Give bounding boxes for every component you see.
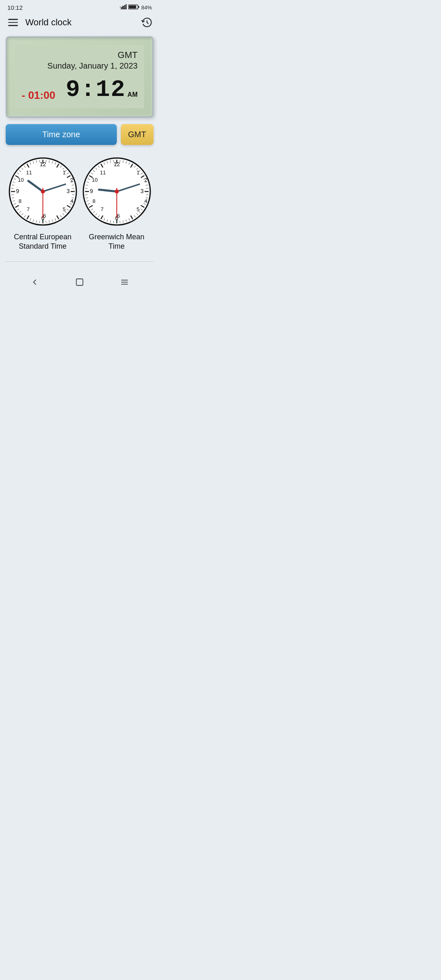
svg-text:1: 1 — [136, 169, 139, 176]
clock-ampm: AM — [127, 91, 138, 98]
svg-rect-2 — [125, 5, 125, 9]
gmt-button[interactable]: GMT — [121, 124, 154, 145]
signal-icon: ⁺4G — [119, 4, 127, 11]
menu-icon[interactable] — [7, 17, 20, 28]
svg-text:3: 3 — [67, 188, 70, 194]
status-bar: 10:12 ⁺4G 84% — [0, 0, 159, 13]
clock-label-gmt: Greenwich Mean Time — [84, 232, 149, 252]
svg-line-125 — [146, 195, 148, 195]
svg-line-46 — [72, 188, 74, 189]
svg-line-137 — [113, 221, 114, 223]
status-time: 10:12 — [7, 4, 23, 11]
svg-text:6: 6 — [43, 213, 46, 219]
battery-icon — [128, 4, 140, 11]
clock-display: GMT Sunday, January 1, 2023 - 01:00 9:12… — [6, 36, 154, 118]
clocks-section: 12 3 6 9 1 2 4 5 6 7 8 10 11 — [4, 157, 155, 252]
clock-digits: 9:12 — [66, 78, 126, 102]
clock-digital-time: 9:12 AM — [66, 78, 138, 102]
bottom-nav — [0, 267, 159, 296]
svg-line-160 — [113, 160, 114, 162]
svg-line-71 — [11, 188, 13, 189]
svg-point-86 — [41, 189, 45, 194]
buttons-row: Time zone GMT — [6, 124, 154, 145]
analog-clock-cest: 12 3 6 9 1 2 4 5 6 7 8 10 11 — [9, 157, 77, 226]
svg-line-47 — [72, 195, 74, 195]
clock-item-cest: 12 3 6 9 1 2 4 5 6 7 8 10 11 — [6, 157, 80, 252]
svg-line-149 — [85, 188, 87, 189]
svg-line-58 — [46, 221, 46, 223]
svg-text:11: 11 — [26, 169, 31, 176]
svg-line-70 — [11, 195, 13, 195]
timezone-button[interactable]: Time zone — [6, 124, 117, 145]
history-icon[interactable] — [141, 17, 153, 28]
svg-line-124 — [146, 188, 148, 189]
svg-text:8: 8 — [18, 198, 21, 204]
page-title: World clock — [25, 17, 141, 28]
svg-text:6: 6 — [117, 213, 120, 219]
svg-line-82 — [39, 160, 40, 162]
svg-rect-1 — [123, 6, 124, 9]
svg-rect-8 — [129, 6, 136, 9]
svg-line-136 — [120, 221, 120, 223]
svg-rect-7 — [138, 6, 139, 8]
svg-rect-3 — [126, 4, 127, 9]
status-icons: ⁺4G 84% — [119, 4, 152, 11]
top-bar: World clock — [0, 13, 159, 33]
clock-date: Sunday, January 1, 2023 — [22, 61, 138, 71]
svg-text:7: 7 — [100, 206, 103, 212]
svg-text:3: 3 — [140, 188, 144, 194]
svg-line-35 — [46, 160, 46, 162]
svg-text:9: 9 — [16, 188, 19, 194]
battery-percent: 84% — [141, 4, 152, 11]
svg-text:8: 8 — [92, 198, 95, 204]
svg-text:7: 7 — [27, 206, 29, 212]
recents-button[interactable] — [117, 275, 132, 290]
svg-text:1: 1 — [62, 169, 65, 176]
clock-timezone: GMT — [22, 50, 138, 60]
svg-line-59 — [39, 221, 40, 223]
divider — [6, 261, 154, 262]
svg-rect-4 — [122, 7, 123, 9]
svg-point-164 — [115, 189, 119, 194]
svg-text:11: 11 — [100, 169, 105, 176]
home-button[interactable] — [72, 275, 87, 290]
clock-label-cest: Central European Standard Time — [10, 232, 76, 252]
svg-line-148 — [85, 195, 87, 195]
svg-text:9: 9 — [90, 188, 93, 194]
clock-offset: - 01:00 — [22, 89, 55, 102]
svg-rect-165 — [76, 279, 83, 285]
svg-line-113 — [120, 160, 120, 162]
svg-rect-5 — [121, 7, 122, 9]
analog-clock-gmt: 12 3 6 9 1 2 4 5 6 7 8 10 11 — [82, 157, 151, 226]
back-button[interactable] — [27, 275, 42, 290]
clock-item-gmt: 12 3 6 9 1 2 4 5 6 7 8 10 11 — [80, 157, 154, 252]
